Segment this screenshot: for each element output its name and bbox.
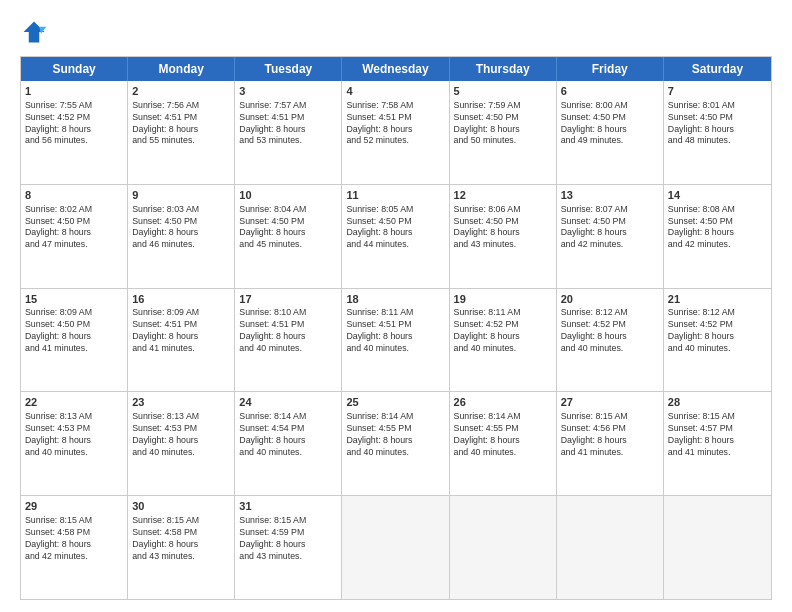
day-number: 26 xyxy=(454,395,552,410)
header-day-sunday: Sunday xyxy=(21,57,128,81)
day-number: 15 xyxy=(25,292,123,307)
header-day-friday: Friday xyxy=(557,57,664,81)
day-number: 27 xyxy=(561,395,659,410)
day-number: 18 xyxy=(346,292,444,307)
day-info: Sunrise: 8:05 AM Sunset: 4:50 PM Dayligh… xyxy=(346,204,444,252)
header-day-monday: Monday xyxy=(128,57,235,81)
header xyxy=(20,18,772,46)
day-number: 28 xyxy=(668,395,767,410)
day-number: 8 xyxy=(25,188,123,203)
day-info: Sunrise: 8:15 AM Sunset: 4:58 PM Dayligh… xyxy=(25,515,123,563)
svg-marker-1 xyxy=(39,27,46,34)
day-cell-2: 2Sunrise: 7:56 AM Sunset: 4:51 PM Daylig… xyxy=(128,81,235,184)
day-info: Sunrise: 7:59 AM Sunset: 4:50 PM Dayligh… xyxy=(454,100,552,148)
day-number: 19 xyxy=(454,292,552,307)
day-number: 1 xyxy=(25,84,123,99)
day-info: Sunrise: 8:02 AM Sunset: 4:50 PM Dayligh… xyxy=(25,204,123,252)
calendar-week-1: 1Sunrise: 7:55 AM Sunset: 4:52 PM Daylig… xyxy=(21,81,771,185)
header-day-tuesday: Tuesday xyxy=(235,57,342,81)
header-day-thursday: Thursday xyxy=(450,57,557,81)
day-info: Sunrise: 8:10 AM Sunset: 4:51 PM Dayligh… xyxy=(239,307,337,355)
day-number: 11 xyxy=(346,188,444,203)
day-number: 30 xyxy=(132,499,230,514)
day-number: 21 xyxy=(668,292,767,307)
day-number: 2 xyxy=(132,84,230,99)
day-info: Sunrise: 7:55 AM Sunset: 4:52 PM Dayligh… xyxy=(25,100,123,148)
day-cell-25: 25Sunrise: 8:14 AM Sunset: 4:55 PM Dayli… xyxy=(342,392,449,495)
day-number: 12 xyxy=(454,188,552,203)
day-info: Sunrise: 7:57 AM Sunset: 4:51 PM Dayligh… xyxy=(239,100,337,148)
day-cell-21: 21Sunrise: 8:12 AM Sunset: 4:52 PM Dayli… xyxy=(664,289,771,392)
day-info: Sunrise: 8:07 AM Sunset: 4:50 PM Dayligh… xyxy=(561,204,659,252)
day-cell-9: 9Sunrise: 8:03 AM Sunset: 4:50 PM Daylig… xyxy=(128,185,235,288)
day-info: Sunrise: 8:12 AM Sunset: 4:52 PM Dayligh… xyxy=(668,307,767,355)
day-info: Sunrise: 8:13 AM Sunset: 4:53 PM Dayligh… xyxy=(132,411,230,459)
day-info: Sunrise: 8:15 AM Sunset: 4:56 PM Dayligh… xyxy=(561,411,659,459)
day-cell-3: 3Sunrise: 7:57 AM Sunset: 4:51 PM Daylig… xyxy=(235,81,342,184)
day-number: 14 xyxy=(668,188,767,203)
day-info: Sunrise: 8:15 AM Sunset: 4:59 PM Dayligh… xyxy=(239,515,337,563)
day-number: 3 xyxy=(239,84,337,99)
day-cell-22: 22Sunrise: 8:13 AM Sunset: 4:53 PM Dayli… xyxy=(21,392,128,495)
day-number: 24 xyxy=(239,395,337,410)
empty-cell xyxy=(557,496,664,599)
day-cell-31: 31Sunrise: 8:15 AM Sunset: 4:59 PM Dayli… xyxy=(235,496,342,599)
day-cell-27: 27Sunrise: 8:15 AM Sunset: 4:56 PM Dayli… xyxy=(557,392,664,495)
day-info: Sunrise: 8:04 AM Sunset: 4:50 PM Dayligh… xyxy=(239,204,337,252)
day-cell-4: 4Sunrise: 7:58 AM Sunset: 4:51 PM Daylig… xyxy=(342,81,449,184)
day-cell-17: 17Sunrise: 8:10 AM Sunset: 4:51 PM Dayli… xyxy=(235,289,342,392)
day-number: 22 xyxy=(25,395,123,410)
day-number: 13 xyxy=(561,188,659,203)
day-cell-18: 18Sunrise: 8:11 AM Sunset: 4:51 PM Dayli… xyxy=(342,289,449,392)
header-day-saturday: Saturday xyxy=(664,57,771,81)
logo xyxy=(20,18,52,46)
day-info: Sunrise: 8:14 AM Sunset: 4:55 PM Dayligh… xyxy=(346,411,444,459)
day-cell-5: 5Sunrise: 7:59 AM Sunset: 4:50 PM Daylig… xyxy=(450,81,557,184)
day-cell-7: 7Sunrise: 8:01 AM Sunset: 4:50 PM Daylig… xyxy=(664,81,771,184)
day-info: Sunrise: 8:03 AM Sunset: 4:50 PM Dayligh… xyxy=(132,204,230,252)
day-cell-6: 6Sunrise: 8:00 AM Sunset: 4:50 PM Daylig… xyxy=(557,81,664,184)
day-cell-12: 12Sunrise: 8:06 AM Sunset: 4:50 PM Dayli… xyxy=(450,185,557,288)
day-info: Sunrise: 8:08 AM Sunset: 4:50 PM Dayligh… xyxy=(668,204,767,252)
day-info: Sunrise: 8:15 AM Sunset: 4:57 PM Dayligh… xyxy=(668,411,767,459)
day-number: 25 xyxy=(346,395,444,410)
empty-cell xyxy=(664,496,771,599)
day-cell-10: 10Sunrise: 8:04 AM Sunset: 4:50 PM Dayli… xyxy=(235,185,342,288)
day-cell-16: 16Sunrise: 8:09 AM Sunset: 4:51 PM Dayli… xyxy=(128,289,235,392)
day-number: 7 xyxy=(668,84,767,99)
day-info: Sunrise: 8:09 AM Sunset: 4:51 PM Dayligh… xyxy=(132,307,230,355)
day-cell-20: 20Sunrise: 8:12 AM Sunset: 4:52 PM Dayli… xyxy=(557,289,664,392)
day-info: Sunrise: 8:01 AM Sunset: 4:50 PM Dayligh… xyxy=(668,100,767,148)
calendar-week-5: 29Sunrise: 8:15 AM Sunset: 4:58 PM Dayli… xyxy=(21,496,771,599)
calendar: SundayMondayTuesdayWednesdayThursdayFrid… xyxy=(20,56,772,600)
day-info: Sunrise: 8:06 AM Sunset: 4:50 PM Dayligh… xyxy=(454,204,552,252)
page: SundayMondayTuesdayWednesdayThursdayFrid… xyxy=(0,0,792,612)
day-info: Sunrise: 8:11 AM Sunset: 4:51 PM Dayligh… xyxy=(346,307,444,355)
day-info: Sunrise: 8:14 AM Sunset: 4:55 PM Dayligh… xyxy=(454,411,552,459)
day-number: 4 xyxy=(346,84,444,99)
day-info: Sunrise: 8:12 AM Sunset: 4:52 PM Dayligh… xyxy=(561,307,659,355)
day-number: 5 xyxy=(454,84,552,99)
logo-icon xyxy=(20,18,48,46)
day-cell-14: 14Sunrise: 8:08 AM Sunset: 4:50 PM Dayli… xyxy=(664,185,771,288)
calendar-body: 1Sunrise: 7:55 AM Sunset: 4:52 PM Daylig… xyxy=(21,81,771,599)
day-number: 29 xyxy=(25,499,123,514)
day-number: 17 xyxy=(239,292,337,307)
day-info: Sunrise: 8:09 AM Sunset: 4:50 PM Dayligh… xyxy=(25,307,123,355)
day-info: Sunrise: 8:15 AM Sunset: 4:58 PM Dayligh… xyxy=(132,515,230,563)
day-cell-26: 26Sunrise: 8:14 AM Sunset: 4:55 PM Dayli… xyxy=(450,392,557,495)
header-day-wednesday: Wednesday xyxy=(342,57,449,81)
day-info: Sunrise: 8:11 AM Sunset: 4:52 PM Dayligh… xyxy=(454,307,552,355)
day-number: 20 xyxy=(561,292,659,307)
day-cell-8: 8Sunrise: 8:02 AM Sunset: 4:50 PM Daylig… xyxy=(21,185,128,288)
day-cell-30: 30Sunrise: 8:15 AM Sunset: 4:58 PM Dayli… xyxy=(128,496,235,599)
day-number: 10 xyxy=(239,188,337,203)
empty-cell xyxy=(450,496,557,599)
day-cell-28: 28Sunrise: 8:15 AM Sunset: 4:57 PM Dayli… xyxy=(664,392,771,495)
day-cell-11: 11Sunrise: 8:05 AM Sunset: 4:50 PM Dayli… xyxy=(342,185,449,288)
day-info: Sunrise: 7:58 AM Sunset: 4:51 PM Dayligh… xyxy=(346,100,444,148)
day-info: Sunrise: 8:00 AM Sunset: 4:50 PM Dayligh… xyxy=(561,100,659,148)
day-number: 6 xyxy=(561,84,659,99)
day-cell-23: 23Sunrise: 8:13 AM Sunset: 4:53 PM Dayli… xyxy=(128,392,235,495)
calendar-week-2: 8Sunrise: 8:02 AM Sunset: 4:50 PM Daylig… xyxy=(21,185,771,289)
